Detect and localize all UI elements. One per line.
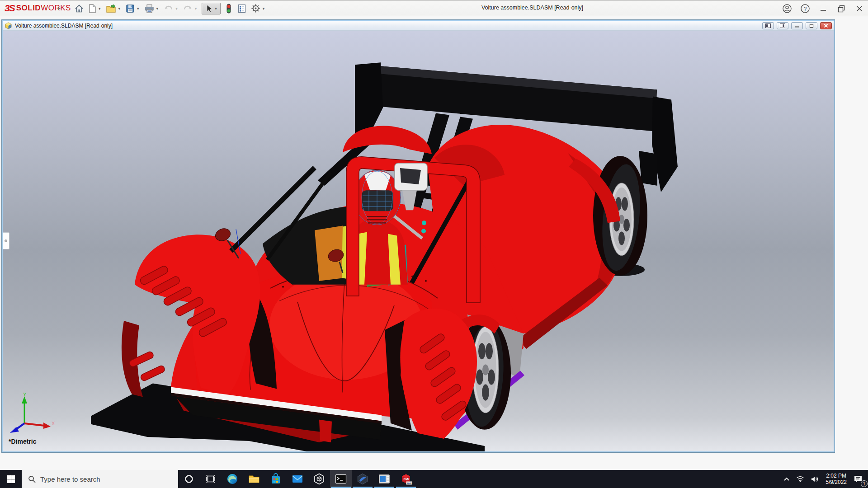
doc-minimize-button[interactable]: [791, 22, 803, 29]
undo-dropdown-caret[interactable]: ▾: [175, 6, 179, 11]
hexagon-app-icon: [357, 473, 368, 485]
tray-wifi-button[interactable]: [793, 470, 807, 488]
view-orientation-label: *Dimetric: [9, 438, 36, 445]
file-properties-button[interactable]: [235, 2, 249, 15]
app-window-icon: [378, 474, 390, 484]
taskbar-command-prompt-button[interactable]: [330, 470, 352, 488]
redo-button[interactable]: [181, 2, 195, 15]
redo-icon: [183, 4, 193, 14]
solidworks-logo: 3S SOLIDWORKS: [5, 3, 71, 14]
taskbar-mail-button[interactable]: [287, 470, 308, 488]
taskbar-solidworks-button[interactable]: SW 2021: [395, 470, 417, 488]
microsoft-store-icon: [270, 473, 281, 485]
taskbar-3dexperience-button[interactable]: [352, 470, 373, 488]
edge-icon: [226, 473, 238, 485]
svg-text:SW: SW: [403, 477, 410, 481]
quick-access-toolbar: ▾ ▾ ▾ ▾ ▾ ▾ ▾ ▾: [72, 0, 268, 16]
doc-close-icon: [823, 23, 829, 28]
file-explorer-icon: [248, 473, 260, 485]
taskbar-search[interactable]: Type here to search: [22, 470, 178, 488]
print-dropdown-caret[interactable]: ▾: [156, 6, 160, 11]
account-icon: [782, 4, 792, 14]
open-button[interactable]: [104, 2, 118, 15]
minimize-button[interactable]: [817, 3, 829, 14]
rebuild-button[interactable]: [222, 2, 235, 15]
mail-icon: [292, 474, 303, 484]
cortana-icon: [184, 474, 194, 484]
options-button[interactable]: [249, 2, 263, 15]
start-button[interactable]: [0, 470, 22, 488]
doc-close-button[interactable]: [820, 22, 832, 29]
document-title-bar[interactable]: Voiture assomblee.SLDASM [Read-only]: [3, 21, 834, 31]
taskbar-remote-window-button[interactable]: [373, 470, 395, 488]
home-button[interactable]: [72, 2, 86, 15]
show-pane-right-button[interactable]: [777, 22, 788, 29]
account-button[interactable]: [781, 3, 793, 14]
window-title: Voiture assomblee.SLDASM [Read-only]: [470, 5, 594, 11]
options-gear-icon: [250, 3, 261, 14]
select-cursor-icon: [204, 4, 213, 14]
command-prompt-icon: [335, 474, 347, 484]
help-icon: ?: [800, 4, 810, 14]
wifi-icon: [796, 476, 804, 482]
brand-bold: SOLID: [16, 4, 41, 12]
restore-button[interactable]: [835, 3, 847, 14]
taskbar-file-explorer-button[interactable]: [243, 470, 265, 488]
task-view-icon: [206, 474, 216, 483]
open-folder-icon: [106, 4, 117, 14]
new-document-icon: [88, 4, 97, 14]
action-center-button[interactable]: 1: [850, 470, 866, 488]
3d-viewer-icon: [313, 473, 325, 485]
restore-icon: [837, 4, 846, 13]
windows-start-icon: [7, 475, 15, 483]
select-dropdown-caret[interactable]: ▾: [215, 6, 218, 11]
undo-icon: [163, 4, 174, 14]
select-tool-button-active[interactable]: ▾: [202, 3, 221, 14]
task-view-button[interactable]: [200, 470, 222, 488]
help-button[interactable]: ?: [799, 3, 811, 14]
undo-button[interactable]: [161, 2, 175, 15]
redo-dropdown-caret[interactable]: ▾: [195, 6, 198, 11]
close-icon: [855, 5, 863, 13]
tray-volume-button[interactable]: [807, 470, 822, 488]
document-window: Voiture assomblee.SLDASM [Read-only]: [2, 20, 835, 452]
save-button[interactable]: [123, 2, 137, 15]
feature-manager-splitter-tab[interactable]: [3, 232, 9, 249]
solidworks-2021-icon: SW 2021: [400, 473, 412, 485]
options-dropdown-caret[interactable]: ▾: [263, 6, 266, 11]
doc-restore-icon: [809, 23, 814, 28]
taskbar-3d-viewer-button[interactable]: [308, 470, 330, 488]
notification-badge: 1: [861, 480, 868, 487]
app-title-bar: 3S SOLIDWORKS ▸ ▾ ▾ ▾ ▾ ▾ ▾ ▾: [0, 0, 868, 16]
taskbar-store-button[interactable]: [265, 470, 287, 488]
save-dropdown-caret[interactable]: ▾: [137, 6, 141, 11]
file-properties-icon: [237, 4, 247, 14]
show-pane-left-button[interactable]: [762, 22, 774, 29]
graphics-viewport[interactable]: Y X *Dimetric: [3, 31, 834, 451]
splitter-grip-icon: [5, 239, 7, 242]
speaker-icon: [811, 476, 819, 483]
pane-left-icon: [765, 23, 771, 28]
search-placeholder: Type here to search: [40, 475, 100, 483]
print-button[interactable]: [142, 2, 156, 15]
doc-restore-button[interactable]: [806, 22, 817, 29]
rebuild-traffic-light-icon: [224, 3, 233, 14]
tray-date: 5/9/2022: [826, 479, 847, 485]
assembly-icon: [5, 22, 12, 29]
brand-light: WORKS: [41, 4, 71, 12]
solidworks-3ds-glyph: 3S: [5, 3, 14, 14]
taskbar-edge-button[interactable]: [222, 470, 243, 488]
cortana-button[interactable]: [178, 470, 200, 488]
triad-y-label: Y: [23, 393, 27, 397]
sw-icon-year: 2021: [406, 482, 412, 485]
open-dropdown-caret[interactable]: ▾: [118, 6, 122, 11]
save-icon: [125, 4, 135, 14]
close-button[interactable]: [854, 3, 865, 14]
menu-expand-arrow-icon[interactable]: ▸: [58, 5, 61, 11]
tray-chevron-button[interactable]: [780, 470, 793, 488]
svg-text:?: ?: [804, 5, 807, 12]
new-dropdown-caret[interactable]: ▾: [99, 6, 102, 11]
home-icon: [74, 4, 84, 14]
tray-clock[interactable]: 2:02 PM 5/9/2022: [822, 473, 850, 485]
new-document-button[interactable]: [86, 2, 99, 15]
